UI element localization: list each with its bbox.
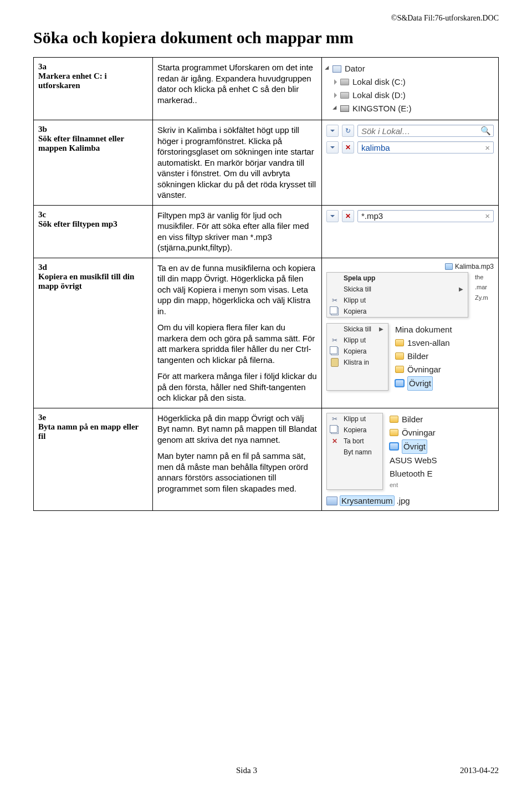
menu-item-play[interactable]: Spela upp (327, 273, 468, 284)
table-row: 3b Sök efter filnamnet eller mappen Kali… (34, 120, 499, 206)
submenu-arrow-icon: ▶ (379, 326, 383, 332)
folder-icon (395, 339, 404, 346)
screenshot-rename: Klipp ut Kopiera ✕Ta bort Byt namn Bilde… (322, 408, 499, 511)
disk-icon (340, 79, 349, 85)
step-heading: 3a Markera enhet C: i utforskaren (34, 58, 153, 120)
table-row: 3c Sök efter filtypen mp3 Filtypen mp3 ä… (34, 205, 499, 258)
computer-icon (332, 65, 341, 73)
chevron-down-icon (330, 130, 335, 132)
chevron-down-icon (330, 146, 335, 149)
step-heading: 3c Sök efter filtypen mp3 (34, 205, 153, 258)
page-number: Sida 3 (236, 766, 257, 775)
paste-icon (331, 358, 339, 367)
menu-item-copy[interactable]: Kopiera (327, 424, 382, 436)
expand-icon (334, 93, 337, 98)
search-input[interactable]: Sök i Lokal…🔍 (357, 125, 494, 137)
table-row: 3e Byta namn på en mapp eller fil Högerk… (34, 408, 499, 511)
dropdown-button[interactable] (326, 141, 339, 154)
folder-icon (390, 443, 398, 450)
context-menu[interactable]: Klipp ut Kopiera ✕Ta bort Byt namn (326, 413, 383, 490)
context-menu[interactable]: Skicka till▶ Klipp ut Kopiera Klistra in (326, 323, 388, 391)
step-description: Högerklicka på din mapp Övrigt och välj … (153, 408, 322, 511)
screenshot-search-mp3: ✕ *.mp3 × (322, 205, 499, 258)
folder-icon (395, 366, 404, 373)
page-title: Söka och kopiera dokument och mappar mm (33, 28, 499, 47)
cancel-search-button[interactable]: ✕ (342, 141, 354, 154)
menu-item-cut[interactable]: Klipp ut (327, 413, 382, 424)
menu-item-copy[interactable]: Kopiera (327, 346, 388, 357)
menu-item-paste[interactable]: Klistra in (327, 357, 388, 368)
menu-item-delete[interactable]: ✕Ta bort (327, 436, 382, 447)
expand-icon (325, 66, 331, 72)
table-row: 3d Kopiera en musikfil till din mapp övr… (34, 258, 499, 408)
menu-item-cut[interactable]: Klipp ut (327, 335, 388, 346)
copy-icon (331, 426, 339, 434)
search-icon: 🔍 (480, 126, 491, 136)
screenshot-search-kalimba: ↻ Sök i Lokal…🔍 ✕ kalimba × (322, 120, 499, 206)
screenshot-drive-tree: Dator Lokal disk (C:) Lokal disk (D:) KI… (322, 58, 499, 120)
folder-list: Bilder Övningar Övrigt ASUS WebS Bluetoo… (390, 413, 437, 490)
header-filepath: ©S&Data Fil:76-utforskaren.DOC (33, 14, 499, 23)
menu-item-send-to[interactable]: Skicka till▶ (327, 284, 468, 295)
page-footer: Sida 3 2013-04-22 (33, 766, 499, 775)
dropdown-button[interactable] (326, 210, 339, 222)
menu-item-send-to[interactable]: Skicka till▶ (327, 324, 388, 335)
step-heading: 3b Sök efter filnamnet eller mappen Kali… (34, 120, 153, 206)
scissors-icon (330, 336, 339, 345)
scissors-icon (330, 296, 339, 305)
menu-item-cut[interactable]: Klipp ut (327, 295, 468, 306)
image-thumbnail-icon (326, 497, 337, 505)
step-description: Filtypen mp3 är vanlig för ljud och musi… (153, 205, 322, 258)
disk-icon (340, 92, 349, 99)
chevron-down-icon (330, 215, 335, 217)
copy-icon (331, 308, 339, 315)
folder-list: Mina dokument 1sven-allan Bilder Övninga… (395, 323, 452, 391)
instruction-table: 3a Markera enhet C: i utforskaren Starta… (33, 57, 499, 511)
folder-icon (395, 380, 404, 387)
search-input[interactable]: *.mp3 × (357, 210, 494, 222)
step-description: Starta programmet Uforskaren om det inte… (153, 58, 322, 120)
expand-icon (334, 79, 337, 85)
close-icon: ✕ (345, 144, 351, 151)
refresh-button[interactable]: ↻ (342, 125, 354, 137)
step-description: Ta en av de funna musikfilerna och kopie… (153, 258, 322, 408)
usb-drive-icon (340, 105, 349, 112)
audio-file-icon (445, 263, 453, 270)
scissors-icon (330, 415, 339, 423)
delete-icon: ✕ (330, 437, 339, 446)
clear-icon[interactable]: × (485, 211, 490, 221)
clear-icon[interactable]: × (485, 143, 490, 152)
dropdown-button[interactable] (326, 125, 339, 137)
menu-item-rename[interactable]: Byt namn (327, 447, 382, 458)
step-heading: 3e Byta namn på en mapp eller fil (34, 408, 153, 511)
step-heading: 3d Kopiera en musikfil till din mapp övr… (34, 258, 153, 408)
expand-icon (332, 106, 339, 112)
cancel-search-button[interactable]: ✕ (342, 210, 354, 222)
search-input[interactable]: kalimba × (357, 141, 494, 154)
submenu-arrow-icon: ▶ (459, 286, 463, 292)
folder-icon (395, 352, 404, 360)
file-rename-field[interactable]: Krysantemum.jpg (326, 495, 494, 506)
table-row: 3a Markera enhet C: i utforskaren Starta… (34, 58, 499, 120)
menu-item-copy[interactable]: Kopiera (327, 306, 468, 317)
close-icon: ✕ (345, 212, 351, 220)
context-menu[interactable]: Spela upp Skicka till▶ Klipp ut Kopiera (326, 272, 468, 318)
page-date: 2013-04-22 (460, 766, 499, 775)
screenshot-copy-menus: Kalimba.mp3 Spela upp Skicka till▶ Klipp… (322, 258, 499, 408)
copy-icon (331, 347, 339, 355)
folder-icon (390, 429, 398, 436)
folder-icon (390, 416, 398, 423)
step-description: Skriv in Kalimba i sökfältet högt upp ti… (153, 120, 322, 206)
